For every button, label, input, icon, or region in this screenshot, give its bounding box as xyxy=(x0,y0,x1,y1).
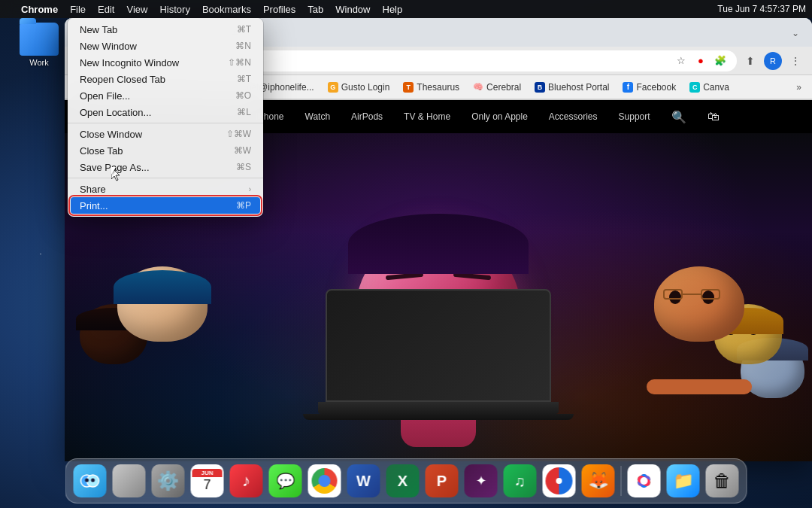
menu-item-open-file[interactable]: Open File... ⌘O xyxy=(68,87,263,104)
dock-files-icon: 📁 xyxy=(667,464,700,497)
menu-item-new-tab-shortcut: ⌘T xyxy=(237,24,251,35)
dock-item-files[interactable]: 📁 xyxy=(665,463,701,499)
dock-item-calendar[interactable]: JUN 7 xyxy=(189,463,226,499)
menu-item-share[interactable]: Share › xyxy=(68,181,263,197)
file-menu-dropdown: New Tab ⌘T New Window ⌘N New Incognito W… xyxy=(68,18,263,217)
dock-item-excel[interactable]: X xyxy=(385,463,421,499)
menubar-left: Chrome File Edit View History Bookmarks … xyxy=(6,4,402,15)
folder-label: Work xyxy=(29,58,48,67)
work-folder-icon[interactable]: Work xyxy=(12,23,66,67)
dock-item-safari[interactable] xyxy=(541,463,577,499)
tab-bar-collapse[interactable]: ⌄ xyxy=(785,23,806,44)
bookmark-active-icon[interactable]: ● xyxy=(693,53,708,68)
menu-item-print[interactable]: Print... ⌘P xyxy=(71,197,260,214)
menu-item-new-tab[interactable]: New Tab ⌘T xyxy=(68,21,263,38)
menu-item-close-window[interactable]: Close Window ⇧⌘W xyxy=(68,126,263,142)
dock-item-messages[interactable]: 💬 xyxy=(268,463,304,499)
menubar-window[interactable]: Window xyxy=(335,4,370,15)
menu-item-close-tab[interactable]: Close Tab ⌘W xyxy=(68,142,263,159)
bookmark-cerebral-favicon: 🧠 xyxy=(473,82,483,93)
menubar-chrome[interactable]: Chrome xyxy=(21,4,58,15)
desktop: Work Chrome File Edit View History Bookm… xyxy=(0,0,812,508)
menu-item-new-tab-label: New Tab xyxy=(80,24,117,35)
menu-item-close-window-label: Close Window xyxy=(80,129,142,140)
menubar: Chrome File Edit View History Bookmarks … xyxy=(0,0,812,18)
menubar-help[interactable]: Help xyxy=(383,4,403,15)
bookmark-thesaurus[interactable]: T Thesaurus xyxy=(397,80,465,95)
dock-music-icon: ♪ xyxy=(230,464,263,497)
dock-system-icon: ⚙️ xyxy=(152,464,185,497)
menu-item-print-label: Print... xyxy=(80,200,108,211)
menubar-profiles[interactable]: Profiles xyxy=(263,4,295,15)
dock-finder-icon xyxy=(74,464,107,497)
apple-nav-accessories[interactable]: Accessories xyxy=(549,111,598,122)
apple-nav-search-icon[interactable]: 🔍 xyxy=(671,110,686,124)
bookmark-cerebral[interactable]: 🧠 Cerebral xyxy=(467,80,527,95)
dock-item-powerpoint[interactable]: P xyxy=(424,463,460,499)
menubar-tab[interactable]: Tab xyxy=(308,4,323,15)
dock-item-system-prefs[interactable]: ⚙️ xyxy=(150,463,186,499)
dock-item-chrome[interactable] xyxy=(307,463,343,499)
menubar-edit[interactable]: Edit xyxy=(98,4,114,15)
menu-item-save-page-shortcut: ⌘S xyxy=(236,162,251,172)
menu-item-new-window[interactable]: New Window ⌘N xyxy=(68,38,263,54)
dock-item-launchpad[interactable] xyxy=(111,463,147,499)
apple-nav-watch[interactable]: Watch xyxy=(305,111,331,122)
menu-item-save-page[interactable]: Save Page As... ⌘S xyxy=(68,159,263,175)
apple-nav-airpods[interactable]: AirPods xyxy=(351,111,383,122)
share-button[interactable]: ⬆ xyxy=(740,50,761,71)
menubar-bookmarks[interactable]: Bookmarks xyxy=(202,4,251,15)
bookmark-thesaurus-favicon: T xyxy=(403,82,414,93)
dock-messages-icon: 💬 xyxy=(269,464,302,497)
menubar-right: Tue Jun 7 4:57:37 PM xyxy=(717,4,806,14)
dock-item-slack[interactable]: ✦ xyxy=(463,463,499,499)
dock-item-trash[interactable]: 🗑 xyxy=(704,463,741,499)
menu-item-save-page-label: Save Page As... xyxy=(80,162,150,173)
bookmark-canva[interactable]: C Canva xyxy=(683,80,735,95)
extension-icon[interactable]: 🧩 xyxy=(713,53,728,68)
bookmark-gusto-label: Gusto Login xyxy=(341,82,390,93)
apple-nav-tvhome[interactable]: TV & Home xyxy=(404,111,450,122)
dock-item-photos[interactable] xyxy=(626,463,662,499)
apple-nav-only[interactable]: Only on Apple xyxy=(471,111,528,122)
address-bar-icons: ☆ ● 🧩 xyxy=(674,53,728,68)
menu-item-open-file-shortcut: ⌘O xyxy=(235,90,251,101)
dock-item-firefox[interactable]: 🦊 xyxy=(580,463,617,499)
apple-nav-support[interactable]: Support xyxy=(619,111,650,122)
tab-bar-right: ⌄ xyxy=(785,23,806,44)
menu-item-close-window-shortcut: ⇧⌘W xyxy=(226,129,251,139)
apple-nav-bag-icon[interactable]: 🛍 xyxy=(707,110,720,123)
dock-launchpad-icon xyxy=(113,464,146,497)
dock-ppt-icon: P xyxy=(426,464,459,497)
profile-button[interactable]: R xyxy=(764,52,782,70)
bookmarks-more-button[interactable]: » xyxy=(792,80,806,95)
bookmark-facebook[interactable]: f Facebook xyxy=(617,80,682,95)
bookmark-gusto-favicon: G xyxy=(328,82,338,93)
menu-item-reopen-tab[interactable]: Reopen Closed Tab ⌘T xyxy=(68,71,263,87)
bookmark-star-icon[interactable]: ☆ xyxy=(674,53,689,68)
bookmark-bluehost-favicon: B xyxy=(535,82,545,93)
dock-item-finder[interactable] xyxy=(72,463,108,499)
bookmark-canva-favicon: C xyxy=(689,82,700,93)
laptop-base xyxy=(318,402,559,414)
memoji-right xyxy=(647,266,767,417)
menubar-history[interactable]: History xyxy=(159,4,189,15)
dock: ⚙️ JUN 7 ♪ 💬 W X xyxy=(65,458,747,503)
menu-item-incognito[interactable]: New Incognito Window ⇧⌘N xyxy=(68,54,263,71)
menubar-file[interactable]: File xyxy=(70,4,86,15)
bookmark-bluehost[interactable]: B Bluehost Portal xyxy=(529,80,615,95)
menubar-view[interactable]: View xyxy=(126,4,147,15)
menu-item-new-window-label: New Window xyxy=(80,41,137,52)
dock-item-spotify[interactable]: ♫ xyxy=(502,463,538,499)
menu-item-incognito-shortcut: ⇧⌘N xyxy=(228,57,251,68)
dock-item-word[interactable]: W xyxy=(346,463,382,499)
memoji-left xyxy=(110,266,230,417)
dock-item-music[interactable]: ♪ xyxy=(229,463,265,499)
svg-point-3 xyxy=(91,479,95,482)
menu-item-open-location[interactable]: Open Location... ⌘L xyxy=(68,104,263,120)
dock-spotify-icon: ♫ xyxy=(504,464,537,497)
menu-item-reopen-tab-shortcut: ⌘T xyxy=(237,74,251,84)
more-options-button[interactable]: ⋮ xyxy=(785,50,806,71)
folder-graphic xyxy=(20,23,59,56)
bookmark-gusto[interactable]: G Gusto Login xyxy=(322,80,396,95)
